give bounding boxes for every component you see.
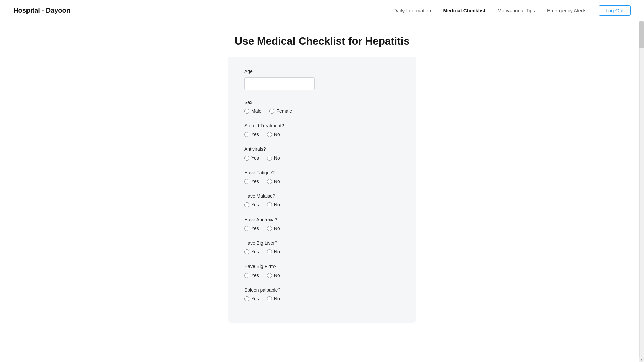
radio-label-antivirals-yes: Yes: [251, 155, 259, 161]
radio-option-spleen-palpable-yes[interactable]: Yes: [244, 296, 259, 301]
brand-name: Hospital - Dayoon: [13, 7, 70, 14]
radio-input-have-anorexia-no[interactable]: [267, 226, 272, 231]
radio-label-have-big-liver-yes: Yes: [251, 249, 259, 254]
radio-input-spleen-palpable-no[interactable]: [267, 296, 272, 301]
radio-input-sex-female[interactable]: [269, 109, 274, 114]
radio-input-have-anorexia-yes[interactable]: [244, 226, 249, 231]
field-label-spleen-palpable: Spleen palpable?: [244, 287, 400, 293]
field-label-have-big-liver: Have Big Liver?: [244, 240, 400, 246]
field-group-have-anorexia: Have Anorexia?YesNo: [244, 217, 400, 231]
field-label-antivirals: Antivirals?: [244, 146, 400, 152]
radio-option-sex-female[interactable]: Female: [269, 108, 292, 114]
radio-label-have-fatigue-no: No: [274, 179, 280, 184]
radio-group-have-anorexia: YesNo: [244, 226, 400, 231]
field-group-antivirals: Antivirals?YesNo: [244, 146, 400, 161]
radio-input-have-fatigue-no[interactable]: [267, 179, 272, 184]
radio-group-have-malaise: YesNo: [244, 202, 400, 207]
field-group-spleen-palpable: Spleen palpable?YesNo: [244, 287, 400, 301]
radio-input-sex-male[interactable]: [244, 109, 249, 114]
radio-input-steroid-treatment-yes[interactable]: [244, 132, 249, 137]
field-label-have-anorexia: Have Anorexia?: [244, 217, 400, 222]
radio-label-have-malaise-no: No: [274, 202, 280, 207]
radio-option-have-malaise-yes[interactable]: Yes: [244, 202, 259, 207]
radio-input-spleen-palpable-yes[interactable]: [244, 296, 249, 301]
radio-input-have-big-firm-yes[interactable]: [244, 273, 249, 278]
radio-label-have-fatigue-yes: Yes: [251, 179, 259, 184]
radio-option-have-anorexia-yes[interactable]: Yes: [244, 226, 259, 231]
nav-link-motivational-tips[interactable]: Motivational Tips: [497, 8, 535, 13]
input-age[interactable]: [244, 77, 315, 90]
radio-input-have-fatigue-yes[interactable]: [244, 179, 249, 184]
radio-label-have-big-firm-yes: Yes: [251, 273, 259, 278]
nav-link-daily-information[interactable]: Daily Information: [393, 8, 431, 13]
radio-label-antivirals-no: No: [274, 155, 280, 161]
radio-group-have-fatigue: YesNo: [244, 179, 400, 184]
radio-input-have-malaise-yes[interactable]: [244, 202, 249, 207]
radio-option-steroid-treatment-yes[interactable]: Yes: [244, 132, 259, 137]
main-nav: Daily InformationMedical ChecklistMotiva…: [393, 5, 631, 16]
field-group-sex: SexMaleFemale: [244, 100, 400, 114]
field-label-have-malaise: Have Malaise?: [244, 193, 400, 199]
radio-label-have-big-firm-no: No: [274, 273, 280, 278]
radio-option-spleen-palpable-no[interactable]: No: [267, 296, 280, 301]
radio-option-steroid-treatment-no[interactable]: No: [267, 132, 280, 137]
field-group-have-malaise: Have Malaise?YesNo: [244, 193, 400, 207]
radio-input-have-big-liver-no[interactable]: [267, 249, 272, 254]
field-label-sex: Sex: [244, 100, 400, 105]
logout-button[interactable]: Log Out: [599, 5, 631, 16]
radio-group-spleen-palpable: YesNo: [244, 296, 400, 301]
field-group-have-big-liver: Have Big Liver?YesNo: [244, 240, 400, 254]
radio-input-antivirals-no[interactable]: [267, 156, 272, 161]
radio-label-spleen-palpable-no: No: [274, 296, 280, 301]
radio-label-have-malaise-yes: Yes: [251, 202, 259, 207]
radio-option-have-big-firm-yes[interactable]: Yes: [244, 273, 259, 278]
radio-option-antivirals-yes[interactable]: Yes: [244, 155, 259, 161]
medical-checklist-form: AgeSexMaleFemaleSteroid Treatment?YesNoA…: [228, 57, 416, 323]
radio-option-have-big-liver-no[interactable]: No: [267, 249, 280, 254]
radio-option-have-big-liver-yes[interactable]: Yes: [244, 249, 259, 254]
scroll-down-arrow[interactable]: ▼: [639, 357, 644, 362]
radio-group-have-big-liver: YesNo: [244, 249, 400, 254]
field-label-have-big-firm: Have Big Firm?: [244, 264, 400, 269]
radio-label-have-anorexia-no: No: [274, 226, 280, 231]
page-title: Use Medical Checklist for Hepatitis: [234, 35, 409, 47]
header: Hospital - Dayoon Daily InformationMedic…: [0, 0, 644, 21]
radio-label-have-anorexia-yes: Yes: [251, 226, 259, 231]
radio-input-have-big-liver-yes[interactable]: [244, 249, 249, 254]
radio-option-have-malaise-no[interactable]: No: [267, 202, 280, 207]
radio-label-spleen-palpable-yes: Yes: [251, 296, 259, 301]
radio-group-antivirals: YesNo: [244, 155, 400, 161]
radio-input-have-malaise-no[interactable]: [267, 202, 272, 207]
radio-option-antivirals-no[interactable]: No: [267, 155, 280, 161]
main-content: Use Medical Checklist for Hepatitis AgeS…: [0, 21, 644, 343]
field-label-age: Age: [244, 69, 400, 74]
radio-input-have-big-firm-no[interactable]: [267, 273, 272, 278]
radio-input-antivirals-yes[interactable]: [244, 156, 249, 161]
field-label-have-fatigue: Have Fatigue?: [244, 170, 400, 175]
scroll-thumb[interactable]: [639, 21, 644, 48]
field-label-steroid-treatment: Steroid Treatment?: [244, 123, 400, 128]
radio-option-have-big-firm-no[interactable]: No: [267, 273, 280, 278]
radio-input-steroid-treatment-no[interactable]: [267, 132, 272, 137]
radio-label-steroid-treatment-yes: Yes: [251, 132, 259, 137]
field-group-steroid-treatment: Steroid Treatment?YesNo: [244, 123, 400, 137]
radio-option-have-fatigue-yes[interactable]: Yes: [244, 179, 259, 184]
radio-label-sex-female: Female: [276, 108, 292, 114]
radio-label-sex-male: Male: [251, 108, 261, 114]
radio-option-sex-male[interactable]: Male: [244, 108, 261, 114]
radio-group-have-big-firm: YesNo: [244, 273, 400, 278]
radio-label-have-big-liver-no: No: [274, 249, 280, 254]
radio-group-sex: MaleFemale: [244, 108, 400, 114]
scrollbar[interactable]: ▼: [639, 21, 644, 362]
radio-option-have-anorexia-no[interactable]: No: [267, 226, 280, 231]
radio-option-have-fatigue-no[interactable]: No: [267, 179, 280, 184]
field-group-have-big-firm: Have Big Firm?YesNo: [244, 264, 400, 278]
radio-label-steroid-treatment-no: No: [274, 132, 280, 137]
field-group-have-fatigue: Have Fatigue?YesNo: [244, 170, 400, 184]
nav-link-emergency-alerts[interactable]: Emergency Alerts: [547, 8, 587, 13]
field-group-age: Age: [244, 69, 400, 90]
nav-link-medical-checklist[interactable]: Medical Checklist: [443, 8, 485, 13]
radio-group-steroid-treatment: YesNo: [244, 132, 400, 137]
